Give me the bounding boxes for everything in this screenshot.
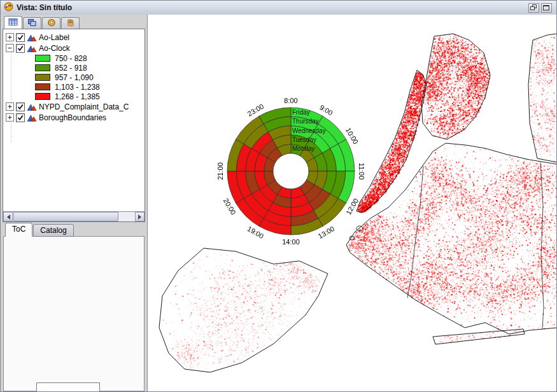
legend-label: 750 - 828 xyxy=(55,54,87,63)
clock-cell xyxy=(236,116,264,144)
scroll-left-button[interactable] xyxy=(3,212,13,221)
legend-swatch xyxy=(35,55,50,62)
layer-name[interactable]: NYPD_Complaint_Data_C xyxy=(39,102,129,111)
clock-cell xyxy=(309,189,330,210)
clock-cell xyxy=(244,124,269,149)
layer-name[interactable]: BoroughBoundaries xyxy=(39,113,106,122)
layer-checkbox[interactable] xyxy=(16,102,25,111)
scrollbar-thumb[interactable] xyxy=(13,212,118,221)
borough-outline-bronx xyxy=(421,34,490,139)
maximize-window-button[interactable] xyxy=(541,3,552,13)
clock-cell xyxy=(273,195,291,207)
arrow-left-icon xyxy=(4,214,10,220)
window-title: Vista: Sin título xyxy=(17,3,72,12)
clock-cell xyxy=(278,186,291,198)
toc-mode-tab-4[interactable] xyxy=(61,17,80,29)
legend-swatch xyxy=(35,64,50,71)
scrollbar-track[interactable] xyxy=(13,212,135,221)
clock-sphere-icon xyxy=(47,18,56,29)
clock-cell xyxy=(268,126,291,140)
clock-cell xyxy=(259,218,291,235)
expand-toggle-icon[interactable] xyxy=(6,113,14,122)
borough-outlines xyxy=(148,15,556,391)
maximize-window-icon xyxy=(543,3,550,13)
tree-horizontal-scrollbar[interactable] xyxy=(3,211,145,221)
layer-row[interactable]: Ao-Clock xyxy=(6,43,145,53)
clock-center-hole xyxy=(273,153,309,189)
layer-checkbox[interactable] xyxy=(16,33,25,42)
clock-cell xyxy=(309,132,330,153)
background-text-field xyxy=(36,382,100,391)
clock-cell xyxy=(291,211,318,226)
legend-label: 1,103 - 1,238 xyxy=(55,83,100,92)
layer-name[interactable]: Ao-Clock xyxy=(39,44,70,53)
toc-mode-tab-3[interactable] xyxy=(42,17,60,29)
clock-cell xyxy=(273,135,291,148)
map-view[interactable]: 8:009:0010:0011:0012:0013:0014:0019:0020… xyxy=(148,15,556,391)
clock-cell xyxy=(314,153,327,171)
layer-icon xyxy=(27,44,37,53)
clock-cell xyxy=(291,195,309,207)
clock-cell xyxy=(304,140,322,158)
clock-cell xyxy=(264,116,291,132)
layer-tree: Ao-LabelAo-Clock750 - 828852 - 918957 - … xyxy=(3,29,145,211)
clock-cell xyxy=(291,126,314,140)
clock-cell xyxy=(267,148,282,162)
expand-toggle-icon[interactable] xyxy=(6,33,14,41)
legend-item: 750 - 828 xyxy=(6,53,145,63)
hour-label: 13:00 xyxy=(317,225,336,240)
legend-swatch xyxy=(35,93,50,100)
clock-cell xyxy=(330,144,346,171)
clock-cell xyxy=(260,140,278,158)
layer-row[interactable]: BoroughBoundaries xyxy=(6,112,145,123)
layer-checkbox[interactable] xyxy=(16,113,25,122)
restore-window-button[interactable] xyxy=(528,3,539,13)
clock-cell xyxy=(306,171,318,185)
expand-toggle-icon[interactable] xyxy=(6,102,14,111)
layers-stack-icon xyxy=(27,18,37,29)
sidebar-panel: Ao-LabelAo-Clock750 - 828852 - 918957 - … xyxy=(1,15,148,391)
day-ring-label: Wednesday xyxy=(292,127,326,134)
layer-name[interactable]: Ao-Label xyxy=(39,33,69,42)
clock-cell xyxy=(291,202,314,216)
hour-label: 20:00 xyxy=(222,197,237,216)
toc-mode-tab-2[interactable] xyxy=(23,17,41,29)
titlebar[interactable]: Vista: Sin título xyxy=(1,1,556,15)
layer-icon xyxy=(27,102,37,111)
hour-label: 11:00 xyxy=(358,163,365,180)
layer-row[interactable]: Ao-Label xyxy=(6,32,145,43)
clock-cell xyxy=(264,211,291,226)
clock-cell xyxy=(291,144,304,156)
scroll-right-button[interactable] xyxy=(135,212,145,221)
layer-icon xyxy=(27,113,37,122)
clock-cell xyxy=(291,108,323,124)
borough-border-line xyxy=(407,166,423,298)
day-ring-label: Tuesday xyxy=(292,136,316,143)
borough-outline-manhattan xyxy=(356,70,427,213)
legend-label: 852 - 918 xyxy=(55,64,87,73)
hour-label: 12:00 xyxy=(344,197,360,216)
toc-mode-tab-1[interactable] xyxy=(4,16,22,29)
clock-cell xyxy=(236,171,251,199)
arrow-right-icon xyxy=(138,214,144,220)
hand-icon xyxy=(66,18,75,29)
app-sphere-icon xyxy=(4,2,13,14)
clock-cell xyxy=(330,171,346,199)
clock-cell xyxy=(318,199,346,227)
legend-label: 957 - 1,090 xyxy=(55,73,94,82)
collapse-toggle-icon[interactable] xyxy=(6,44,14,52)
tab-catalog[interactable]: Catalog xyxy=(33,224,73,237)
layer-row[interactable]: NYPD_Complaint_Data_C xyxy=(6,101,145,112)
hour-label: 21:00 xyxy=(216,162,224,180)
hour-label: 9:00 xyxy=(318,103,334,116)
clock-cell xyxy=(251,189,272,210)
clock-cell xyxy=(267,180,282,195)
layer-checkbox[interactable] xyxy=(16,44,25,53)
tab-toc[interactable]: ToC xyxy=(5,223,32,237)
clock-cell xyxy=(255,153,267,171)
clock-cell xyxy=(227,171,244,203)
clock-cell xyxy=(304,185,322,202)
clock-cell xyxy=(244,194,269,219)
window-content: Ao-LabelAo-Clock750 - 828852 - 918957 - … xyxy=(1,15,556,391)
clock-cell xyxy=(259,108,291,124)
